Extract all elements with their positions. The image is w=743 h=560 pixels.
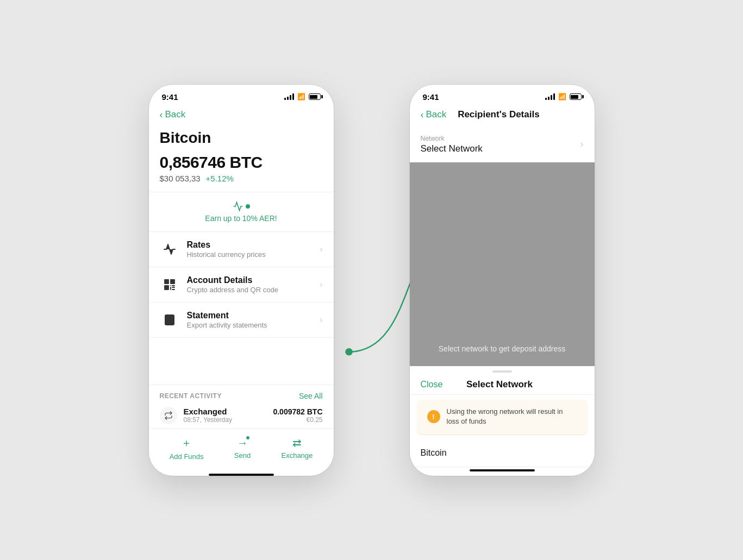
warning-icon: !	[427, 410, 440, 423]
see-all-button[interactable]: See All	[299, 392, 323, 400]
status-time-2: 9:41	[423, 92, 439, 102]
bitcoin-label: Bitcoin	[421, 448, 447, 457]
sheet-header: Close Select Network	[410, 373, 595, 395]
warning-text: Using the wrong network will result in l…	[447, 407, 577, 426]
rates-icon	[160, 240, 179, 259]
home-indicator-1	[209, 474, 274, 476]
add-funds-label: Add Funds	[170, 452, 204, 461]
battery-icon	[309, 93, 321, 100]
status-icons-2: 📶	[545, 93, 582, 100]
statement-menu-item[interactable]: Statement Export activity statements ›	[149, 303, 334, 338]
svg-rect-5	[166, 281, 167, 282]
activity-item[interactable]: Exchanged 08:57, Yesterday 0.009782 BTC …	[160, 407, 323, 424]
network-select-row[interactable]: Network Select Network ›	[410, 127, 595, 162]
back-label-1: Back	[165, 109, 186, 120]
balance-fiat: $30 053,33	[160, 174, 201, 183]
recent-header: RECENT ACTIVITY See All	[160, 392, 323, 400]
network-chevron-icon: ›	[580, 139, 584, 150]
statement-icon	[160, 310, 179, 330]
balance-change: +5.12%	[206, 174, 234, 183]
page-title-1: Bitcoin	[149, 127, 334, 147]
send-dot-indicator	[246, 436, 250, 440]
account-details-menu-item[interactable]: Account Details Crypto address and QR co…	[149, 267, 334, 303]
back-chevron-icon-1: ‹	[160, 109, 163, 121]
add-funds-icon: ＋	[181, 436, 192, 450]
statement-title: Statement	[187, 311, 320, 320]
send-label: Send	[234, 451, 251, 460]
rates-chevron-icon: ›	[320, 244, 322, 254]
account-details-subtitle: Crypto address and QR code	[187, 286, 320, 294]
activity-date: 08:57, Yesterday	[184, 416, 267, 424]
exchange-tab[interactable]: ⇄ Exchange	[281, 436, 313, 460]
wifi-icon: 📶	[297, 93, 305, 100]
sheet-title: Select Network	[466, 379, 533, 390]
add-funds-tab[interactable]: ＋ Add Funds	[170, 436, 204, 461]
nav-title-2: Recipient's Details	[458, 109, 540, 120]
account-details-title: Account Details	[187, 275, 320, 285]
network-field-label: Network	[421, 135, 483, 142]
statement-chevron-icon: ›	[320, 315, 322, 325]
status-time-1: 9:41	[162, 92, 178, 102]
phone-2: 9:41 📶 ‹ Back Recipient's Details	[410, 85, 595, 476]
balance-amount: 0,856746 BTC	[160, 153, 323, 172]
back-chevron-icon-2: ‹	[421, 109, 424, 121]
svg-rect-7	[166, 287, 167, 288]
close-button[interactable]: Close	[421, 380, 443, 389]
rates-subtitle: Historical currency prices	[187, 250, 320, 259]
status-icons-1: 📶	[284, 93, 321, 100]
balance-fiat-row: $30 053,33 +5.12%	[160, 174, 323, 183]
recent-activity-section: RECENT ACTIVITY See All Exchanged 08:57,…	[149, 385, 334, 429]
gray-placeholder-area: Select network to get deposit address	[410, 162, 595, 367]
rates-menu-item[interactable]: Rates Historical currency prices ›	[149, 232, 334, 267]
account-details-chevron-icon: ›	[320, 280, 322, 290]
bottom-sheet: Close Select Network ! Using the wrong n…	[410, 366, 595, 475]
activity-btc: 0.009782 BTC	[273, 407, 322, 416]
phone-1: 9:41 📶 ‹ Back Bitcoin	[149, 85, 334, 476]
activity-eur: €0.25	[273, 416, 322, 424]
home-indicator-2	[470, 469, 535, 471]
svg-rect-6	[172, 281, 173, 282]
activity-title: Exchanged	[184, 407, 267, 416]
exchange-icon	[160, 407, 177, 424]
nav-bar-1: ‹ Back	[149, 105, 334, 127]
back-label-2: Back	[426, 109, 447, 120]
statement-subtitle: Export activity statements	[187, 321, 320, 329]
send-tab[interactable]: → Send	[234, 437, 251, 460]
bottom-tab-bar: ＋ Add Funds → Send ⇄ Exchange	[149, 429, 334, 471]
status-bar-2: 9:41 📶	[410, 85, 595, 105]
rates-title: Rates	[187, 240, 320, 250]
menu-list: Rates Historical currency prices ›	[149, 232, 334, 385]
aer-section[interactable]: Earn up to 10% AER!	[149, 192, 334, 232]
status-bar-1: 9:41 📶	[149, 85, 334, 105]
balance-section: 0,856746 BTC $30 053,33 +5.12%	[149, 147, 334, 192]
svg-point-0	[345, 348, 353, 355]
qr-icon	[160, 275, 179, 294]
exchange-icon: ⇄	[292, 436, 302, 449]
bitcoin-network-option[interactable]: Bitcoin	[410, 439, 595, 467]
nav-bar-2: ‹ Back Recipient's Details	[410, 105, 595, 127]
recent-activity-label: RECENT ACTIVITY	[160, 392, 222, 400]
wifi-icon-2: 📶	[558, 93, 566, 100]
battery-icon-2	[570, 93, 582, 100]
signal-icon	[284, 93, 294, 100]
exchange-label: Exchange	[281, 451, 313, 460]
network-field-value: Select Network	[421, 143, 483, 154]
placeholder-text: Select network to get deposit address	[439, 344, 565, 353]
back-button-1[interactable]: ‹ Back	[160, 109, 323, 121]
aer-icon	[233, 201, 250, 212]
aer-label: Earn up to 10% AER!	[205, 214, 277, 223]
back-button-2[interactable]: ‹ Back	[421, 109, 447, 121]
warning-banner: ! Using the wrong network will result in…	[416, 399, 588, 435]
signal-icon-2	[545, 93, 555, 100]
send-icon: →	[237, 437, 248, 449]
